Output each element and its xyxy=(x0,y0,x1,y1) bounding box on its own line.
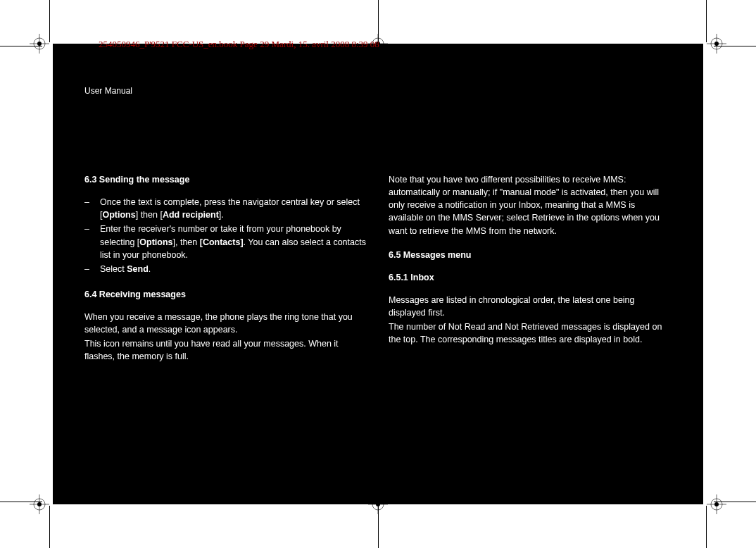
paragraph: When you receive a message, the phone pl… xyxy=(84,311,367,363)
heading-6-5: 6.5 Messages menu xyxy=(389,249,672,261)
registration-mark-icon xyxy=(30,494,49,514)
bullet-list: Once the text is complete, press the nav… xyxy=(84,196,367,275)
crop-mark xyxy=(49,506,50,548)
columns: 6.3 Sending the message Once the text is… xyxy=(84,173,672,375)
svg-point-7 xyxy=(714,42,719,46)
svg-point-15 xyxy=(714,502,719,506)
heading-6-5-1: 6.5.1 Inbox xyxy=(389,271,672,284)
registration-mark-icon xyxy=(30,34,49,54)
page-content: User Manual 6.3 Sending the message Once… xyxy=(53,44,703,504)
right-column: Note that you have two different possibi… xyxy=(389,173,672,375)
doc-title: User Manual xyxy=(84,86,672,96)
svg-point-3 xyxy=(37,42,42,46)
paragraph: Messages are listed in chronological ord… xyxy=(389,294,672,347)
crop-mark xyxy=(49,0,50,42)
registration-mark-icon xyxy=(707,34,726,54)
list-item: Once the text is complete, press the nav… xyxy=(84,196,367,221)
svg-point-11 xyxy=(37,502,42,506)
heading-6-4: 6.4 Receiving messages xyxy=(84,288,367,301)
source-file-note: 254050946_P'9521 FCC-US_en.book Page 29 … xyxy=(99,39,379,50)
paragraph: Note that you have two different possibi… xyxy=(389,173,672,237)
registration-mark-icon xyxy=(707,494,726,514)
list-item: Enter the receiver's number or take it f… xyxy=(84,223,367,261)
list-item: Select Send. xyxy=(84,263,367,275)
heading-6-3: 6.3 Sending the message xyxy=(84,173,367,186)
left-column: 6.3 Sending the message Once the text is… xyxy=(84,173,367,375)
